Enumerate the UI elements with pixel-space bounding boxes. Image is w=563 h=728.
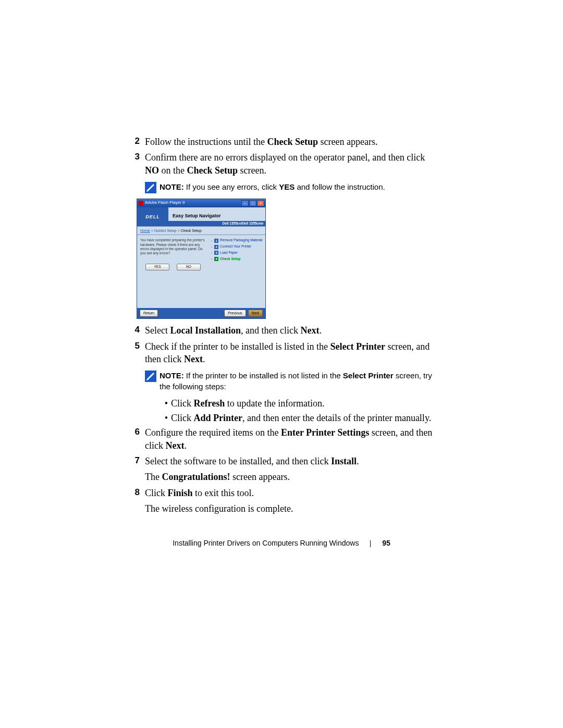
- note-text: NOTE: If you see any errors, click YES a…: [160, 182, 438, 192]
- pencil-note-icon: [145, 182, 156, 193]
- bold: Add Printer: [194, 413, 243, 423]
- text: Configure the required items on the: [145, 427, 281, 438]
- bold: Congratulations!: [162, 472, 230, 482]
- text: Click: [171, 398, 194, 409]
- bullet-add-printer: • Click Add Printer, and then enter the …: [162, 412, 438, 424]
- bullet-list: • Click Refresh to update the informatio…: [162, 397, 438, 425]
- num-badge: 1: [214, 239, 218, 243]
- manual-page: 2 Follow the instructions until the Chec…: [0, 0, 563, 728]
- step-3: 3 Confirm there are no errors displayed …: [125, 151, 438, 177]
- text: Select the software to be installed, and…: [145, 456, 331, 466]
- bold: Local Installation: [170, 325, 241, 336]
- no-button[interactable]: NO: [177, 264, 201, 270]
- crumb-home[interactable]: Home: [140, 229, 150, 232]
- text: If you see any errors, click: [184, 182, 279, 191]
- text: , and then click: [241, 325, 300, 336]
- step-body: Click Finish to exit this tool. The wire…: [145, 487, 438, 515]
- text: Click: [171, 413, 194, 423]
- side-item-label: Load Paper: [220, 251, 238, 255]
- bold: Refresh: [194, 398, 225, 409]
- bullet-dot: •: [162, 412, 171, 424]
- text: and follow the instruction.: [295, 182, 385, 191]
- bold: Check Setup: [187, 165, 238, 176]
- flash-icon: [138, 201, 143, 206]
- bold: Install: [331, 456, 357, 466]
- step-7: 7 Select the software to be installed, a…: [125, 455, 438, 484]
- bold: NO: [145, 165, 159, 176]
- step-2: 2 Follow the instructions until the Chec…: [125, 135, 438, 148]
- return-button[interactable]: Return: [140, 310, 158, 317]
- page-footer: Installing Printer Drivers on Computers …: [0, 538, 563, 548]
- step-body: Select Local Installation, and then clic…: [145, 324, 438, 337]
- num-badge: 3: [214, 251, 218, 255]
- crumb-guided[interactable]: Guided Setup: [154, 229, 177, 232]
- text: Select: [145, 325, 170, 336]
- side-item-load-paper[interactable]: •3Load Paper: [211, 251, 263, 255]
- num-badge: 2: [214, 245, 218, 249]
- nav-cell: Easy Setup Navigator Dell 1355cn/Dell 13…: [168, 207, 265, 226]
- step-4: 4 Select Local Installation, and then cl…: [125, 324, 438, 337]
- dell-logo: DELL: [145, 214, 160, 220]
- note-text: NOTE: If the printer to be installed is …: [160, 371, 438, 392]
- text: on the: [159, 165, 187, 176]
- num-badge: 4: [214, 257, 218, 261]
- side-item-label: Remove Packaging Material: [220, 238, 262, 243]
- footer-separator: [370, 540, 371, 547]
- minimize-button[interactable]: –: [241, 200, 249, 206]
- note-label: NOTE:: [160, 371, 184, 380]
- previous-button[interactable]: Previous: [224, 310, 246, 317]
- text: to update the information.: [225, 398, 324, 409]
- text: screen appears.: [318, 137, 377, 147]
- yes-button[interactable]: YES: [145, 264, 169, 270]
- side-item-label: Check Setup: [220, 257, 240, 262]
- side-item-connect-printer[interactable]: •2Connect Your Printer: [211, 244, 263, 249]
- step-body: Follow the instructions until the Check …: [145, 135, 438, 148]
- bold: Enter Printer Settings: [281, 427, 369, 438]
- text: .: [357, 456, 359, 466]
- window-titlebar: Adobe Flash Player 9 – □ ×: [137, 199, 265, 207]
- text: The wireless configuration is complete.: [145, 503, 293, 514]
- text: Click: [145, 488, 168, 498]
- text: Confirm there are no errors displayed on…: [145, 152, 425, 163]
- text: , and then enter the details of the prin…: [242, 413, 431, 423]
- step-body: Configure the required items on the Ente…: [145, 426, 438, 452]
- bold: Next: [300, 325, 319, 336]
- maximize-button[interactable]: □: [249, 200, 256, 206]
- text: Follow the instructions until the: [145, 137, 267, 147]
- side-item-remove-packaging[interactable]: •1Remove Packaging Material: [211, 238, 263, 243]
- text: screen.: [238, 165, 266, 176]
- text: If the printer to be installed is not li…: [184, 371, 343, 380]
- bold: Finish: [168, 488, 193, 498]
- next-button[interactable]: Next: [248, 310, 263, 317]
- step-body: Select the software to be installed, and…: [145, 455, 438, 484]
- header: DELL Easy Setup Navigator Dell 1355cn/De…: [137, 207, 265, 227]
- side-item-label: Connect Your Printer: [220, 244, 251, 249]
- bullet-refresh: • Click Refresh to update the informatio…: [162, 397, 438, 410]
- text: The: [145, 472, 162, 482]
- text: .: [319, 325, 322, 336]
- side-item-check-setup[interactable]: •4Check Setup: [211, 257, 263, 262]
- right-pane: •1Remove Packaging Material •2Connect Yo…: [209, 235, 265, 308]
- note-label: NOTE:: [160, 182, 184, 191]
- note-2: NOTE: If the printer to be installed is …: [145, 371, 438, 392]
- step-number: 4: [125, 324, 145, 337]
- step-number: 5: [125, 340, 145, 366]
- step-6: 6 Configure the required items on the En…: [125, 426, 438, 452]
- crumb-check-setup: Check Setup: [180, 229, 201, 232]
- step-number: 7: [125, 455, 145, 484]
- product-strip: Dell 1355cn/Dell 1355cnw: [168, 221, 265, 226]
- step-number: 6: [125, 426, 145, 452]
- step-number: 2: [125, 135, 145, 148]
- pencil-note-icon: [145, 371, 156, 382]
- note-1: NOTE: If you see any errors, click YES a…: [145, 182, 438, 193]
- text: to exit this tool.: [193, 488, 254, 498]
- bold: Select Printer: [330, 341, 385, 352]
- bold: Check Setup: [267, 137, 319, 147]
- close-button[interactable]: ×: [257, 200, 264, 206]
- step-number: 3: [125, 151, 145, 177]
- bold: Next: [165, 440, 184, 451]
- text: .: [203, 354, 205, 364]
- dell-logo-cell: DELL: [137, 207, 168, 226]
- bullet-dot: •: [162, 397, 171, 410]
- step-body: Check if the printer to be installed is …: [145, 340, 438, 366]
